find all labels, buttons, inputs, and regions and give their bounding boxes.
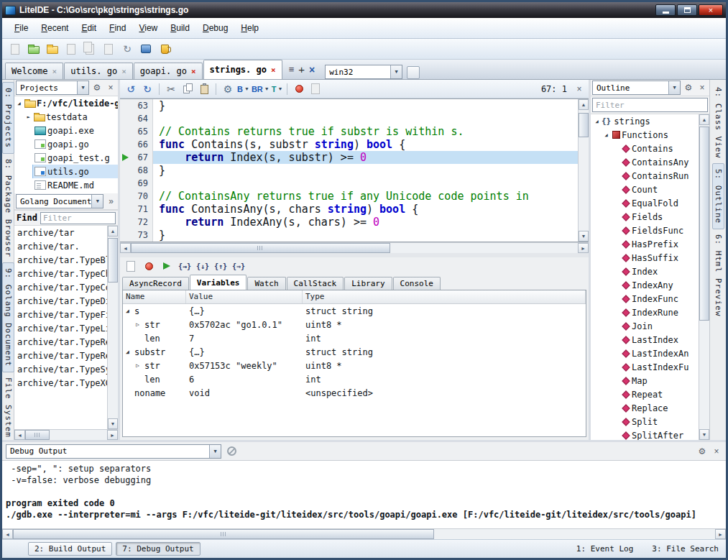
- outline-item-index[interactable]: Index: [591, 265, 699, 278]
- menu-build[interactable]: Build: [164, 19, 196, 37]
- outline-item-count[interactable]: Count: [591, 183, 699, 196]
- editor-tab-goapi-go[interactable]: goapi. go×: [134, 63, 203, 79]
- show-current-line-icon[interactable]: [124, 260, 138, 272]
- edit-env-button[interactable]: [407, 66, 420, 79]
- outline-item-map[interactable]: Map: [591, 374, 699, 387]
- project-tree-item-utils-go[interactable]: utils.go: [14, 165, 118, 178]
- menu-help[interactable]: Help: [234, 19, 265, 37]
- side-tab-0-projects[interactable]: 0: Projects: [2, 82, 14, 154]
- expander-icon[interactable]: ▷: [136, 362, 144, 369]
- status-button-1-event-log[interactable]: 1: Event Log: [576, 544, 633, 554]
- menu-debug[interactable]: Debug: [196, 19, 234, 37]
- scroll-down-icon[interactable]: ▼: [108, 418, 118, 429]
- line-number-68[interactable]: 68: [120, 164, 152, 177]
- tab-close-icon[interactable]: ×: [271, 66, 276, 74]
- titlebar[interactable]: LiteIDE - C:\Go\src\pkg\strings\strings.…: [2, 2, 726, 18]
- env-selector[interactable]: win32 ▼: [325, 65, 402, 79]
- tab-list-icon[interactable]: ≡: [289, 64, 295, 75]
- line-number-67[interactable]: 67: [120, 151, 152, 164]
- doc-list-item[interactable]: archive/tar.TypeReg: [14, 349, 107, 362]
- doc-list-item[interactable]: archive/tar.: [14, 239, 107, 253]
- code-line-67[interactable]: return Index(s, substr) >= 0: [153, 151, 578, 164]
- expander-icon[interactable]: ◢: [126, 349, 134, 355]
- outline-item-indexfunc[interactable]: IndexFunc: [591, 292, 699, 306]
- cut-icon[interactable]: ✂: [164, 82, 178, 96]
- stop-debug-icon[interactable]: [142, 260, 156, 272]
- panel-close-icon[interactable]: ×: [711, 446, 722, 457]
- copy-icon[interactable]: [180, 82, 195, 96]
- undo-icon[interactable]: ↺: [124, 82, 138, 96]
- status-button-3-file-search[interactable]: 3: File Search: [652, 544, 719, 554]
- status-button-7-debug-output[interactable]: 7: Debug Output: [116, 542, 200, 556]
- outline-vscrollbar[interactable]: ▲ ▼: [699, 114, 709, 440]
- code-line-71[interactable]: func ContainsAny(s, chars string) bool {: [153, 203, 578, 216]
- panel-menu-gear-icon[interactable]: ⚙: [91, 82, 103, 93]
- doc-list-item[interactable]: archive/tar: [14, 226, 107, 239]
- code-line-73[interactable]: }: [153, 229, 578, 242]
- expander-icon[interactable]: ►: [24, 114, 33, 120]
- outline-item-contains[interactable]: Contains: [591, 142, 699, 155]
- editor-code-area[interactable]: }// Contains returns true if substr is w…: [153, 99, 578, 242]
- test-icon[interactable]: T▼: [272, 85, 283, 93]
- doc-list-item[interactable]: archive/tar.TypeSym: [14, 362, 107, 376]
- debug-tab-callstack[interactable]: CallStack: [287, 277, 344, 290]
- outline-item-indexany[interactable]: IndexAny: [591, 278, 699, 292]
- expander-icon[interactable]: ◢: [602, 132, 611, 138]
- new-file-icon[interactable]: [7, 41, 23, 57]
- build-config-icon[interactable]: ⚙: [221, 82, 235, 96]
- scroll-right-icon[interactable]: ►: [578, 243, 589, 253]
- project-tree-item-f-vfc-liteide-g[interactable]: ◢F:/vfc/liteide-g: [14, 96, 118, 110]
- scroll-down-icon[interactable]: ▼: [579, 231, 589, 242]
- expander-icon[interactable]: ▷: [136, 321, 144, 328]
- export-icon[interactable]: [308, 82, 323, 96]
- side-tab-9-golang-document[interactable]: 9: Golang Document: [2, 262, 14, 372]
- project-tree-item-readme-md[interactable]: README.md: [14, 178, 118, 192]
- tab-close-icon[interactable]: ×: [191, 68, 196, 75]
- chevron-down-icon[interactable]: ▼: [91, 195, 103, 208]
- panel-menu-gear-icon[interactable]: ⚙: [683, 82, 694, 93]
- scroll-thumb[interactable]: [699, 127, 709, 321]
- line-number-64[interactable]: 64: [120, 112, 152, 125]
- doc-list-item[interactable]: archive/tar.TypeXG: [14, 376, 107, 390]
- line-number-72[interactable]: 72: [120, 216, 152, 229]
- scroll-left-icon[interactable]: ◄: [14, 430, 25, 440]
- close-button[interactable]: ×: [699, 4, 723, 16]
- line-number-66[interactable]: 66: [120, 138, 152, 151]
- scroll-thumb[interactable]: [13, 529, 434, 539]
- line-number-73[interactable]: 73: [120, 229, 152, 242]
- side-tab-5-outline[interactable]: 5: Outline: [712, 163, 724, 229]
- chevron-down-icon[interactable]: ▼: [77, 81, 88, 94]
- scroll-left-icon[interactable]: ◄: [2, 529, 13, 539]
- scroll-right-icon[interactable]: ►: [107, 430, 118, 440]
- scroll-thumb[interactable]: [131, 243, 390, 253]
- project-tree-item-goapi-exe[interactable]: goapi.exe: [14, 124, 118, 137]
- editor-tab-welcome[interactable]: Welcome×: [5, 63, 63, 79]
- projects-view-selector[interactable]: Projects ▼: [16, 81, 89, 95]
- editor-close-icon[interactable]: ×: [573, 83, 585, 95]
- code-editor[interactable]: 6364656667686970717273 }// Contains retu…: [120, 98, 589, 242]
- doc-list-item[interactable]: archive/tar.TypeLin: [14, 321, 107, 335]
- variable-row-str[interactable]: ▷str0x57153c "weekly"uint8 *: [123, 359, 586, 372]
- chevron-down-icon[interactable]: ▼: [209, 445, 221, 458]
- scroll-thumb[interactable]: [579, 113, 589, 137]
- tab-close-icon[interactable]: ×: [52, 68, 57, 75]
- outline-item-split[interactable]: Split: [591, 415, 699, 428]
- outline-item-fieldsfunc[interactable]: FieldsFunc: [591, 224, 699, 237]
- debug-start-icon[interactable]: [292, 82, 306, 96]
- tab-close-icon[interactable]: ×: [121, 68, 126, 75]
- step-over-icon[interactable]: {→}: [178, 260, 192, 272]
- editor-hscrollbar[interactable]: ◄ ►: [120, 242, 589, 253]
- clear-output-icon[interactable]: [227, 446, 236, 456]
- chevron-down-icon[interactable]: ▼: [390, 65, 402, 78]
- outline-item-functions[interactable]: ◢Functions: [591, 128, 699, 142]
- outline-item-hasprefix[interactable]: HasPrefix: [591, 237, 699, 251]
- scroll-up-icon[interactable]: ▲: [579, 99, 589, 110]
- scroll-thumb[interactable]: [25, 430, 50, 440]
- code-line-70[interactable]: // ContainsAny returns true if any Unico…: [153, 190, 578, 203]
- column-header-name[interactable]: Name: [123, 290, 186, 303]
- document-filter-input[interactable]: [40, 212, 116, 224]
- outline-item-lastindex[interactable]: LastIndex: [591, 333, 699, 346]
- project-tree-item-goapi-test-g[interactable]: goapi_test.g: [14, 151, 118, 165]
- paste-icon[interactable]: [197, 82, 211, 96]
- code-line-64[interactable]: [153, 112, 578, 125]
